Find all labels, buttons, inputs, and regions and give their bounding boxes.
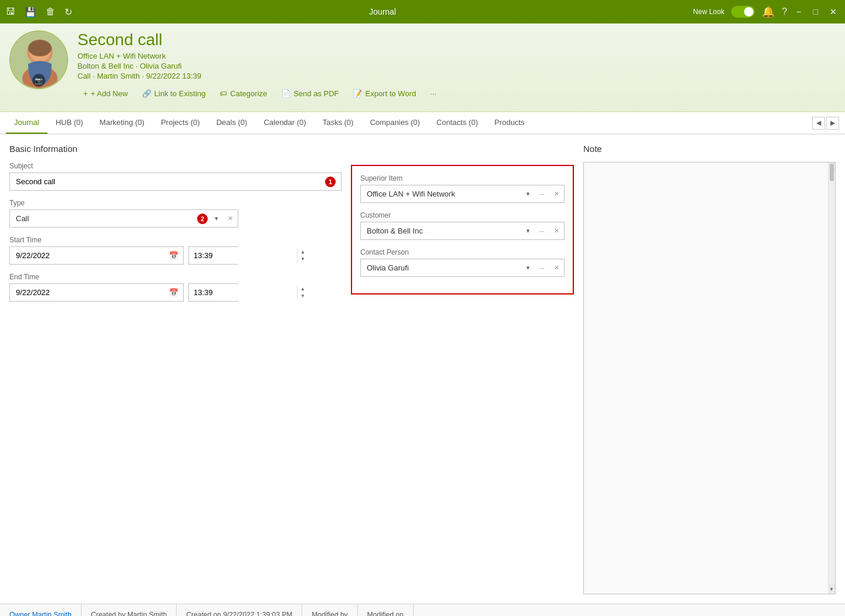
titlebar-left: 🖫 💾 🗑 ↻ [6, 6, 72, 18]
start-date-input[interactable] [10, 247, 164, 264]
titlebar-right: New Look 🔔 ? − □ ✕ [693, 5, 839, 18]
send-as-pdf-button[interactable]: 📄 Send as PDF [275, 86, 344, 101]
end-time-spin: ▲ ▼ [297, 286, 308, 300]
customer-select-wrapper: Bolton & Bell Inc ▾ ··· ✕ [360, 222, 565, 240]
superior-box: Superior Item Office LAN + Wifi Network … [351, 165, 574, 295]
plus-icon: + [83, 89, 88, 98]
superior-item-select-wrapper: Office LAN + Wifi Network ▾ ··· ✕ [360, 185, 565, 203]
help-icon[interactable]: ? [782, 6, 787, 17]
contact-person-label: Contact Person [360, 248, 565, 256]
superior-item-dropdown-button[interactable]: ▾ [522, 190, 535, 198]
add-new-button[interactable]: + + Add New [77, 86, 134, 101]
contact-person-select-wrapper: Olivia Garufi ▾ ··· ✕ [360, 259, 565, 277]
tab-nav-next[interactable]: ▶ [826, 117, 839, 130]
link-icon: 🔗 [142, 89, 151, 98]
start-time-down-button[interactable]: ▼ [298, 256, 308, 263]
start-date-calendar-button[interactable]: 📅 [164, 251, 183, 260]
new-look-toggle[interactable] [731, 6, 755, 18]
type-dropdown-button[interactable]: ▾ [210, 215, 223, 222]
notification-icon[interactable]: 🔔 [762, 5, 775, 18]
tab-journal[interactable]: Journal [6, 112, 48, 134]
close-button[interactable]: ✕ [827, 7, 839, 16]
categorize-button[interactable]: 🏷 Categorize [214, 86, 273, 101]
subject-badge: 1 [325, 177, 336, 187]
end-time-input[interactable] [189, 284, 297, 301]
start-time-input[interactable] [189, 247, 297, 264]
scroll-thumb[interactable] [830, 164, 834, 181]
tab-deals[interactable]: Deals (0) [208, 112, 256, 134]
save-icon[interactable]: 🖫 [6, 6, 15, 17]
superior-section: Superior Item Office LAN + Wifi Network … [351, 165, 574, 594]
superior-item-group: Superior Item Office LAN + Wifi Network … [360, 174, 565, 203]
categorize-label: Categorize [230, 89, 267, 98]
link-to-existing-button[interactable]: 🔗 Link to Existing [136, 86, 211, 101]
customer-clear-button[interactable]: ✕ [549, 227, 564, 235]
tab-projects[interactable]: Projects (0) [153, 112, 208, 134]
note-scrollbar[interactable]: ▲ ▼ [828, 163, 835, 594]
end-date-input[interactable] [10, 284, 164, 301]
footer-modified-on: Modified on [358, 604, 414, 616]
footer-owner[interactable]: Owner Martin Smith [0, 604, 82, 616]
customer-more-button[interactable]: ··· [535, 228, 549, 235]
tab-nav-prev[interactable]: ◀ [812, 117, 825, 130]
save2-icon[interactable]: 💾 [25, 6, 36, 18]
tab-contacts[interactable]: Contacts (0) [428, 112, 486, 134]
type-label: Type [9, 199, 238, 207]
basic-info-panel: Basic Information Subject 1 Type Call 2 … [9, 144, 342, 594]
refresh-icon[interactable]: ↻ [65, 6, 72, 18]
type-value: Call [10, 210, 194, 227]
contact-person-dropdown-button[interactable]: ▾ [522, 264, 535, 272]
record-header: 📷 Second call Office LAN + Wifi Network … [0, 23, 845, 112]
footer-created-by: Created by Martin Smith [82, 604, 177, 616]
tab-tasks[interactable]: Tasks (0) [315, 112, 362, 134]
subject-group: Subject 1 [9, 162, 342, 191]
header-sub3: Call · Martin Smith · 9/22/2022 13:39 [77, 72, 836, 80]
tab-marketing[interactable]: Marketing (0) [92, 112, 153, 134]
subject-input[interactable] [9, 172, 342, 191]
end-date-calendar-button[interactable]: 📅 [164, 288, 183, 297]
titlebar-title: Journal [369, 7, 396, 16]
type-clear-button[interactable]: ✕ [223, 215, 238, 222]
type-badge: 2 [197, 214, 208, 224]
basic-info-title: Basic Information [9, 144, 342, 154]
customer-group: Customer Bolton & Bell Inc ▾ ··· ✕ [360, 211, 565, 240]
end-time-down-button[interactable]: ▼ [298, 293, 308, 300]
toggle-knob [744, 7, 753, 16]
contact-person-more-button[interactable]: ··· [535, 265, 549, 272]
more-icon: ··· [430, 89, 437, 98]
export-to-word-button[interactable]: 📝 Export to Word [347, 86, 421, 101]
minimize-button[interactable]: − [794, 7, 803, 16]
more-actions-button[interactable]: ··· [424, 86, 442, 101]
delete-icon[interactable]: 🗑 [46, 6, 55, 17]
type-group: Type Call 2 ▾ ✕ [9, 199, 238, 228]
start-time-wrapper: ▲ ▼ [188, 246, 238, 265]
header-info: Second call Office LAN + Wifi Network Bo… [77, 31, 836, 106]
start-time-spin: ▲ ▼ [297, 249, 308, 263]
tab-hub[interactable]: HUB (0) [48, 112, 92, 134]
customer-dropdown-button[interactable]: ▾ [522, 227, 535, 235]
start-date-wrapper: 📅 [9, 246, 184, 265]
scroll-down-button[interactable]: ▼ [828, 584, 835, 594]
superior-item-label: Superior Item [360, 174, 565, 182]
note-area[interactable]: ▲ ▼ [583, 162, 836, 594]
camera-icon: 📷 [35, 77, 43, 84]
superior-item-more-button[interactable]: ··· [535, 191, 549, 198]
svg-point-4 [28, 40, 52, 56]
superior-item-clear-button[interactable]: ✕ [549, 190, 564, 198]
start-time-label: Start Time [9, 236, 238, 244]
end-time-up-button[interactable]: ▲ [298, 286, 308, 293]
new-look-label: New Look [693, 8, 724, 16]
start-time-up-button[interactable]: ▲ [298, 249, 308, 256]
contact-person-clear-button[interactable]: ✕ [549, 264, 564, 272]
footer-modified-by: Modified by [302, 604, 357, 616]
maximize-button[interactable]: □ [811, 7, 820, 16]
tab-calendar[interactable]: Calendar (0) [255, 112, 314, 134]
footer-created-on: Created on 9/22/2022 1:39:03 PM [177, 604, 302, 616]
superior-item-value: Office LAN + Wifi Network [361, 185, 522, 202]
camera-button[interactable]: 📷 [32, 74, 45, 87]
tab-products[interactable]: Products [486, 112, 532, 134]
tab-companies[interactable]: Companies (0) [361, 112, 428, 134]
header-sub1: Office LAN + Wifi Network [77, 52, 836, 60]
note-title: Note [583, 144, 836, 154]
customer-label: Customer [360, 211, 565, 219]
